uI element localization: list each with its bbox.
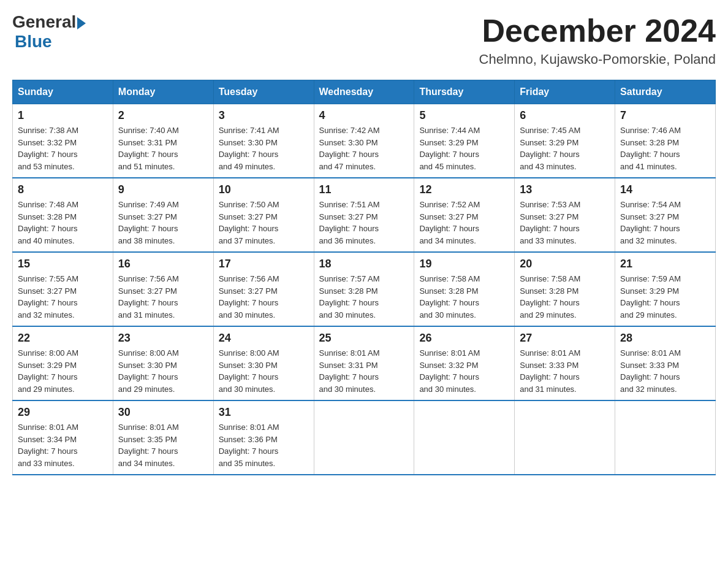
header-friday: Friday <box>515 80 615 104</box>
day-cell: 10 Sunrise: 7:50 AMSunset: 3:27 PMDaylig… <box>213 178 314 252</box>
day-info: Sunrise: 7:54 AMSunset: 3:27 PMDaylight:… <box>620 199 710 247</box>
day-info: Sunrise: 7:48 AMSunset: 3:28 PMDaylight:… <box>18 199 108 247</box>
day-number: 25 <box>319 332 409 345</box>
day-cell: 13 Sunrise: 7:53 AMSunset: 3:27 PMDaylig… <box>515 178 615 252</box>
day-number: 23 <box>118 332 208 345</box>
day-cell <box>414 400 515 475</box>
day-number: 13 <box>520 183 610 196</box>
day-info: Sunrise: 7:58 AMSunset: 3:28 PMDaylight:… <box>520 273 610 321</box>
day-info: Sunrise: 7:58 AMSunset: 3:28 PMDaylight:… <box>419 273 509 321</box>
day-cell: 17 Sunrise: 7:56 AMSunset: 3:27 PMDaylig… <box>213 252 314 326</box>
calendar-table: SundayMondayTuesdayWednesdayThursdayFrid… <box>12 80 716 475</box>
day-info: Sunrise: 7:38 AMSunset: 3:32 PMDaylight:… <box>18 124 108 172</box>
header-monday: Monday <box>113 80 213 104</box>
day-info: Sunrise: 7:56 AMSunset: 3:27 PMDaylight:… <box>118 273 208 321</box>
logo-blue-text: Blue <box>15 32 86 52</box>
day-number: 27 <box>520 332 610 345</box>
logo: General Blue <box>12 12 86 52</box>
day-cell: 3 Sunrise: 7:41 AMSunset: 3:30 PMDayligh… <box>213 104 314 178</box>
day-cell: 25 Sunrise: 8:01 AMSunset: 3:31 PMDaylig… <box>314 326 414 400</box>
day-info: Sunrise: 8:00 AMSunset: 3:29 PMDaylight:… <box>18 347 108 395</box>
day-number: 21 <box>620 258 710 270</box>
week-row-3: 15 Sunrise: 7:55 AMSunset: 3:27 PMDaylig… <box>13 252 716 326</box>
day-cell: 18 Sunrise: 7:57 AMSunset: 3:28 PMDaylig… <box>314 252 414 326</box>
header-saturday: Saturday <box>615 80 716 104</box>
day-cell: 15 Sunrise: 7:55 AMSunset: 3:27 PMDaylig… <box>13 252 113 326</box>
day-cell: 28 Sunrise: 8:01 AMSunset: 3:33 PMDaylig… <box>615 326 716 400</box>
day-number: 19 <box>419 258 509 270</box>
day-number: 6 <box>520 109 610 122</box>
day-number: 18 <box>319 258 409 270</box>
day-cell: 11 Sunrise: 7:51 AMSunset: 3:27 PMDaylig… <box>314 178 414 252</box>
day-cell: 4 Sunrise: 7:42 AMSunset: 3:30 PMDayligh… <box>314 104 414 178</box>
day-number: 5 <box>419 109 509 122</box>
day-info: Sunrise: 8:01 AMSunset: 3:35 PMDaylight:… <box>118 421 208 469</box>
day-cell: 14 Sunrise: 7:54 AMSunset: 3:27 PMDaylig… <box>615 178 716 252</box>
calendar-header-row: SundayMondayTuesdayWednesdayThursdayFrid… <box>13 80 716 104</box>
day-cell: 12 Sunrise: 7:52 AMSunset: 3:27 PMDaylig… <box>414 178 515 252</box>
day-number: 31 <box>219 406 309 419</box>
day-info: Sunrise: 7:41 AMSunset: 3:30 PMDaylight:… <box>219 124 309 172</box>
day-number: 15 <box>18 258 108 270</box>
day-cell: 16 Sunrise: 7:56 AMSunset: 3:27 PMDaylig… <box>113 252 213 326</box>
day-cell: 9 Sunrise: 7:49 AMSunset: 3:27 PMDayligh… <box>113 178 213 252</box>
day-cell: 6 Sunrise: 7:45 AMSunset: 3:29 PMDayligh… <box>515 104 615 178</box>
day-number: 7 <box>620 109 710 122</box>
day-cell: 31 Sunrise: 8:01 AMSunset: 3:36 PMDaylig… <box>213 400 314 475</box>
day-cell: 20 Sunrise: 7:58 AMSunset: 3:28 PMDaylig… <box>515 252 615 326</box>
day-info: Sunrise: 7:55 AMSunset: 3:27 PMDaylight:… <box>18 273 108 321</box>
day-info: Sunrise: 7:50 AMSunset: 3:27 PMDaylight:… <box>219 199 309 247</box>
day-number: 22 <box>18 332 108 345</box>
day-cell: 29 Sunrise: 8:01 AMSunset: 3:34 PMDaylig… <box>13 400 113 475</box>
day-number: 16 <box>118 258 208 270</box>
day-cell: 24 Sunrise: 8:00 AMSunset: 3:30 PMDaylig… <box>213 326 314 400</box>
day-info: Sunrise: 7:49 AMSunset: 3:27 PMDaylight:… <box>118 199 208 247</box>
day-number: 12 <box>419 183 509 196</box>
week-row-5: 29 Sunrise: 8:01 AMSunset: 3:34 PMDaylig… <box>13 400 716 475</box>
day-number: 29 <box>18 406 108 419</box>
day-info: Sunrise: 8:01 AMSunset: 3:32 PMDaylight:… <box>419 347 509 395</box>
week-row-4: 22 Sunrise: 8:00 AMSunset: 3:29 PMDaylig… <box>13 326 716 400</box>
day-number: 4 <box>319 109 409 122</box>
day-info: Sunrise: 7:51 AMSunset: 3:27 PMDaylight:… <box>319 199 409 247</box>
header-sunday: Sunday <box>13 80 113 104</box>
day-cell: 19 Sunrise: 7:58 AMSunset: 3:28 PMDaylig… <box>414 252 515 326</box>
header: General Blue December 2024 Chelmno, Kuja… <box>12 12 716 67</box>
week-row-2: 8 Sunrise: 7:48 AMSunset: 3:28 PMDayligh… <box>13 178 716 252</box>
day-info: Sunrise: 8:01 AMSunset: 3:33 PMDaylight:… <box>620 347 710 395</box>
day-number: 14 <box>620 183 710 196</box>
day-number: 9 <box>118 183 208 196</box>
day-number: 3 <box>219 109 309 122</box>
day-info: Sunrise: 8:01 AMSunset: 3:36 PMDaylight:… <box>219 421 309 469</box>
day-cell: 27 Sunrise: 8:01 AMSunset: 3:33 PMDaylig… <box>515 326 615 400</box>
day-cell: 21 Sunrise: 7:59 AMSunset: 3:29 PMDaylig… <box>615 252 716 326</box>
day-info: Sunrise: 7:46 AMSunset: 3:28 PMDaylight:… <box>620 124 710 172</box>
day-info: Sunrise: 7:52 AMSunset: 3:27 PMDaylight:… <box>419 199 509 247</box>
day-cell <box>515 400 615 475</box>
day-number: 8 <box>18 183 108 196</box>
day-number: 30 <box>118 406 208 419</box>
day-info: Sunrise: 8:00 AMSunset: 3:30 PMDaylight:… <box>118 347 208 395</box>
day-info: Sunrise: 7:40 AMSunset: 3:31 PMDaylight:… <box>118 124 208 172</box>
logo-arrow-icon <box>77 17 86 29</box>
header-wednesday: Wednesday <box>314 80 414 104</box>
day-info: Sunrise: 7:44 AMSunset: 3:29 PMDaylight:… <box>419 124 509 172</box>
day-number: 26 <box>419 332 509 345</box>
day-cell: 26 Sunrise: 8:01 AMSunset: 3:32 PMDaylig… <box>414 326 515 400</box>
day-info: Sunrise: 8:00 AMSunset: 3:30 PMDaylight:… <box>219 347 309 395</box>
header-tuesday: Tuesday <box>213 80 314 104</box>
day-cell <box>615 400 716 475</box>
title-area: December 2024 Chelmno, Kujawsko-Pomorski… <box>479 12 716 67</box>
day-info: Sunrise: 7:45 AMSunset: 3:29 PMDaylight:… <box>520 124 610 172</box>
day-cell: 22 Sunrise: 8:00 AMSunset: 3:29 PMDaylig… <box>13 326 113 400</box>
day-info: Sunrise: 7:42 AMSunset: 3:30 PMDaylight:… <box>319 124 409 172</box>
day-cell: 7 Sunrise: 7:46 AMSunset: 3:28 PMDayligh… <box>615 104 716 178</box>
day-cell: 5 Sunrise: 7:44 AMSunset: 3:29 PMDayligh… <box>414 104 515 178</box>
day-cell: 23 Sunrise: 8:00 AMSunset: 3:30 PMDaylig… <box>113 326 213 400</box>
day-info: Sunrise: 8:01 AMSunset: 3:33 PMDaylight:… <box>520 347 610 395</box>
day-info: Sunrise: 8:01 AMSunset: 3:31 PMDaylight:… <box>319 347 409 395</box>
day-number: 24 <box>219 332 309 345</box>
day-number: 11 <box>319 183 409 196</box>
day-number: 17 <box>219 258 309 270</box>
week-row-1: 1 Sunrise: 7:38 AMSunset: 3:32 PMDayligh… <box>13 104 716 178</box>
